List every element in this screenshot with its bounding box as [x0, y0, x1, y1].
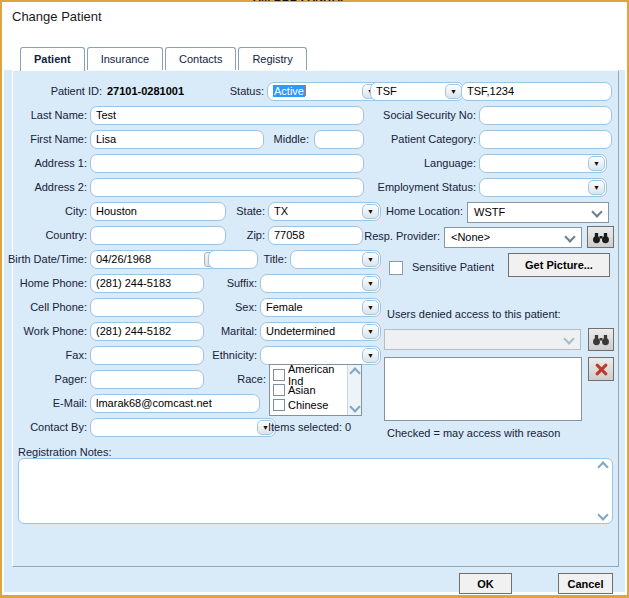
dropdown-arrow-icon[interactable]: ▼ [588, 156, 605, 171]
status-combobox[interactable]: Active ▼ [267, 82, 381, 101]
patient-id-value: 27101-0281001 [107, 82, 184, 101]
dropdown-arrow-icon[interactable]: ▼ [445, 84, 462, 99]
language-combobox[interactable]: ▼ [479, 154, 607, 173]
marital-label: Marital: [187, 322, 257, 341]
tab-insurance[interactable]: Insurance [87, 47, 163, 70]
last-name-field[interactable]: Test [90, 106, 364, 125]
denied-access-remove-button[interactable] [588, 357, 614, 381]
cancel-button[interactable]: Cancel [558, 573, 613, 594]
sensitive-patient-checkbox[interactable] [389, 261, 403, 275]
employment-status-label: Employment Status: [332, 178, 476, 197]
scroll-down-icon[interactable] [597, 509, 608, 520]
race-scrollbar[interactable] [347, 365, 361, 415]
suffix-label: Suffix: [187, 274, 257, 293]
denied-access-search-button[interactable] [588, 328, 614, 351]
scroll-down-icon[interactable] [349, 401, 360, 412]
provider-short-combobox[interactable]: TSF ▼ [370, 82, 464, 101]
sex-label: Sex: [187, 298, 257, 317]
address2-label: Address 2: [7, 178, 87, 197]
checkbox-icon[interactable] [273, 384, 285, 396]
last-name-label: Last Name: [7, 106, 87, 125]
race-option[interactable]: Chinese [271, 397, 347, 412]
state-value: TX [274, 205, 288, 217]
race-option-label: Chinese [288, 399, 328, 411]
email-field[interactable]: lmarak68@comcast.net [90, 394, 260, 413]
status-label: Status: [202, 82, 264, 101]
text-caret [305, 85, 306, 96]
chevron-down-icon[interactable] [591, 206, 602, 217]
ssn-field[interactable] [479, 106, 612, 125]
chevron-down-icon[interactable] [564, 231, 575, 242]
address1-field[interactable] [90, 154, 364, 173]
work-phone-label: Work Phone: [2, 322, 87, 341]
scroll-up-icon[interactable] [349, 367, 360, 378]
delete-icon [594, 362, 608, 376]
denied-access-listbox[interactable] [384, 357, 582, 421]
contact-by-combobox[interactable]: ▼ [90, 418, 276, 437]
resp-provider-combobox[interactable]: <None> [444, 227, 582, 248]
title-combobox[interactable]: ▼ [290, 250, 381, 269]
dialog-title: Change Patient [12, 9, 102, 24]
race-label: Race: [217, 370, 266, 389]
dropdown-arrow-icon[interactable]: ▼ [362, 300, 379, 315]
provider-short-value: TSF [376, 85, 397, 97]
marital-combobox[interactable]: Undetermined ▼ [260, 322, 381, 341]
tab-patient[interactable]: Patient [20, 47, 85, 71]
birth-date-field[interactable]: 04/26/1968 ▦ [90, 250, 225, 269]
race-listbox[interactable]: American Ind Asian Chinese [269, 364, 362, 416]
tab-contacts[interactable]: Contacts [165, 47, 236, 70]
denied-access-combobox [384, 329, 581, 350]
resp-provider-value: <None> [451, 231, 490, 243]
pager-field[interactable] [90, 370, 204, 389]
home-location-label: Home Location: [319, 202, 463, 221]
zip-label: Zip: [205, 226, 265, 245]
title-label: Title: [235, 250, 287, 269]
city-label: City: [7, 202, 87, 221]
resp-provider-search-button[interactable] [587, 226, 614, 248]
get-picture-button[interactable]: Get Picture... [508, 253, 610, 277]
country-label: Country: [7, 226, 87, 245]
employment-status-combobox[interactable]: ▼ [479, 178, 607, 197]
marital-value: Undetermined [266, 325, 335, 337]
sex-combobox[interactable]: Female ▼ [260, 298, 381, 317]
resp-provider-label: Resp. Provider: [332, 227, 440, 246]
language-label: Language: [332, 154, 476, 173]
ssn-label: Social Security No: [332, 106, 476, 125]
fax-label: Fax: [2, 346, 87, 365]
checkbox-icon[interactable] [273, 399, 285, 411]
provider-full-field[interactable]: TSF,1234 [461, 82, 612, 101]
cell-phone-label: Cell Phone: [2, 298, 87, 317]
dropdown-arrow-icon[interactable]: ▼ [362, 348, 379, 363]
ethnicity-label: Ethnicity: [187, 346, 257, 365]
scroll-up-icon[interactable] [597, 461, 608, 472]
first-name-label: First Name: [7, 130, 87, 149]
dropdown-arrow-icon[interactable]: ▼ [362, 324, 379, 339]
registration-notes-textarea[interactable] [18, 458, 613, 524]
binoculars-icon [592, 231, 610, 244]
checkbox-icon[interactable] [273, 369, 285, 381]
binoculars-icon [592, 333, 610, 346]
email-label: E-Mail: [2, 394, 87, 413]
birth-date-time-label: Birth Date/Time: [2, 250, 87, 269]
pager-label: Pager: [2, 370, 87, 389]
home-location-combobox[interactable]: WSTF [467, 202, 609, 223]
items-selected-text: Items selected: 0 [268, 418, 378, 437]
tab-registry[interactable]: Registry [238, 47, 306, 70]
dropdown-arrow-icon[interactable]: ▼ [362, 276, 379, 291]
patient-category-field[interactable] [479, 130, 612, 149]
sex-value: Female [266, 301, 303, 313]
ok-button[interactable]: OK [459, 573, 512, 594]
change-patient-dialog: Change Patient Patient Insurance Contact… [0, 0, 629, 598]
first-name-field[interactable]: Lisa [90, 130, 264, 149]
state-label: State: [205, 202, 265, 221]
address2-field[interactable] [90, 178, 364, 197]
middle-label: Middle: [247, 130, 309, 149]
dropdown-arrow-icon[interactable]: ▼ [362, 252, 379, 267]
home-phone-label: Home Phone: [2, 274, 87, 293]
home-location-value: WSTF [474, 206, 505, 218]
denied-access-header: Users denied access to this patient: [387, 305, 607, 324]
suffix-combobox[interactable]: ▼ [260, 274, 381, 293]
race-option[interactable]: American Ind [271, 367, 347, 382]
dropdown-arrow-icon[interactable]: ▼ [588, 180, 605, 195]
address1-label: Address 1: [7, 154, 87, 173]
